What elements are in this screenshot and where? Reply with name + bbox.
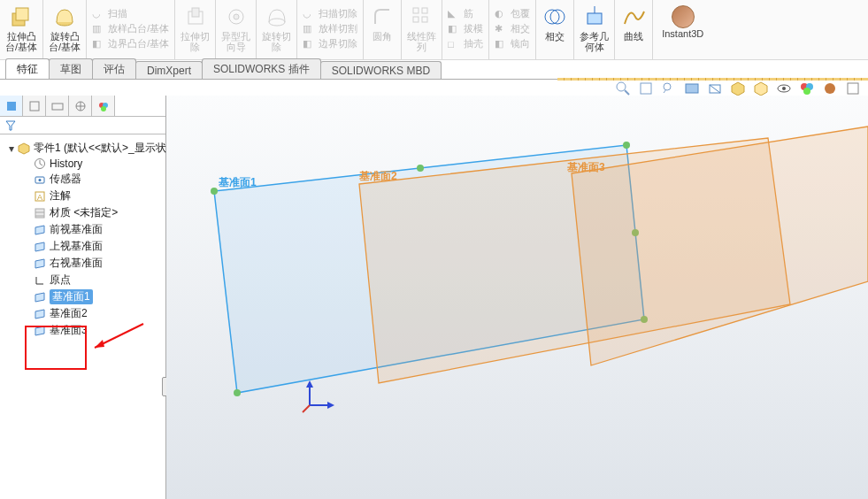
loft-icon: ▥ xyxy=(92,23,104,35)
hide-show-icon[interactable] xyxy=(775,80,792,96)
tree-item-5[interactable]: 上视基准面 xyxy=(4,238,162,255)
svg-line-22 xyxy=(710,85,720,93)
svg-marker-24 xyxy=(755,82,767,96)
svg-point-19 xyxy=(664,83,671,90)
tree-item-0[interactable]: History xyxy=(4,157,162,171)
side-tab-appearance[interactable] xyxy=(92,96,115,116)
tab-swmbd[interactable]: SOLIDWORKS MBD xyxy=(320,61,442,79)
color-icon[interactable] xyxy=(798,80,815,96)
mini-sweep[interactable]: ◡扫描 xyxy=(92,7,169,20)
tree-item-label: History xyxy=(50,157,82,170)
instant3d-icon xyxy=(672,5,695,28)
mini-rib-label: 筋 xyxy=(464,7,473,20)
tree-item-8[interactable]: 基准面1 xyxy=(4,288,162,305)
revcut-icon xyxy=(264,4,290,30)
rb-refgeom-intersect[interactable]: 相交 xyxy=(536,0,574,59)
mini-loft-label: 放样凸台/基体 xyxy=(108,22,169,35)
boundary-icon: ◧ xyxy=(92,38,104,50)
rb-fillet[interactable]: 圆角 xyxy=(364,0,402,59)
rb-mini-6: ◐包覆 ✱相交 ◧镜向 xyxy=(489,0,536,59)
tree-item-label: 上视基准面 xyxy=(50,239,103,254)
svg-rect-14 xyxy=(588,13,602,24)
rb-revcut[interactable]: 旋转切除 xyxy=(257,0,297,59)
part-icon xyxy=(18,142,30,155)
svg-point-65 xyxy=(234,389,241,396)
tree-item-10[interactable]: 基准面3 xyxy=(4,322,162,339)
tree-root[interactable]: ▾ 零件1 (默认<<默认>_显示状态 1>) xyxy=(4,140,162,157)
tab-dimxpert[interactable]: DimXpert xyxy=(135,61,203,79)
mini-wrap[interactable]: ◐包覆 xyxy=(495,7,530,20)
svg-rect-31 xyxy=(848,83,858,94)
svg-rect-9 xyxy=(422,8,427,13)
tree-item-2[interactable]: A注解 xyxy=(4,188,162,204)
tree-item-1[interactable]: 传感器 xyxy=(4,171,162,188)
mini-rib[interactable]: ◣筋 xyxy=(448,7,483,20)
mini-loft[interactable]: ▥放样凸台/基体 xyxy=(92,22,169,35)
draft-icon: ◧ xyxy=(448,23,460,35)
rb-curve[interactable]: 曲线 xyxy=(615,0,653,59)
mini-draft[interactable]: ◧拔模 xyxy=(448,22,483,35)
rb-refgeom[interactable]: 参考几何体 xyxy=(574,0,615,59)
display-style-icon[interactable] xyxy=(706,80,723,96)
rb-intersect-label: 相交 xyxy=(545,32,565,42)
sweepcut-icon: ◡ xyxy=(303,8,315,20)
mini-intersect[interactable]: ✱相交 xyxy=(495,22,530,35)
svg-point-63 xyxy=(623,142,630,149)
mini-boundary-label: 边界凸台/基体 xyxy=(108,37,169,50)
rb-extrude[interactable]: 拉伸凸台/基体 xyxy=(0,0,43,59)
rb-refgeom-label: 参考几何体 xyxy=(580,32,609,52)
plane-icon xyxy=(34,257,46,270)
svg-marker-23 xyxy=(732,82,744,96)
rb-revolve[interactable]: 旋转凸台/基体 xyxy=(43,0,87,59)
tab-swaddin[interactable]: SOLIDWORKS 插件 xyxy=(202,58,321,79)
rb-extrudecut[interactable]: 拉伸切除 xyxy=(175,0,216,59)
tree-item-4[interactable]: 前视基准面 xyxy=(4,221,162,238)
plane3-label[interactable]: 基准面3 xyxy=(567,160,605,175)
prev-view-icon[interactable] xyxy=(660,80,677,96)
rb-revcut-label: 旋转切除 xyxy=(262,32,291,52)
mini-boundcut[interactable]: ◧边界切除 xyxy=(303,37,357,50)
expand-icon[interactable]: ▾ xyxy=(9,142,14,155)
note-icon: A xyxy=(34,190,46,203)
rb-instant3d[interactable]: Instant3D xyxy=(653,0,712,59)
tree-item-9[interactable]: 基准面2 xyxy=(4,305,162,322)
side-tab-dim[interactable] xyxy=(69,96,92,116)
appearance-icon[interactable] xyxy=(821,80,838,96)
settings-icon[interactable] xyxy=(844,80,861,96)
mirror-icon: ◧ xyxy=(495,38,507,50)
tab-features[interactable]: 特征 xyxy=(5,58,50,79)
scene-icon[interactable] xyxy=(752,80,769,96)
rb-mini-1: ◡扫描 ▥放样凸台/基体 ◧边界凸台/基体 xyxy=(87,0,175,59)
zoom-icon[interactable] xyxy=(614,80,631,96)
mini-sweepcut[interactable]: ◡扫描切除 xyxy=(303,7,357,20)
side-tab-config[interactable] xyxy=(46,96,69,116)
mini-shell[interactable]: □抽壳 xyxy=(448,37,483,50)
mini-boundary[interactable]: ◧边界凸台/基体 xyxy=(92,37,169,50)
zoom-fit-icon[interactable] xyxy=(637,80,654,96)
tree-item-3[interactable]: 材质 <未指定> xyxy=(4,204,162,221)
tab-sketch[interactable]: 草图 xyxy=(49,58,93,79)
tree-item-label: 前视基准面 xyxy=(50,222,103,237)
sensor-icon xyxy=(34,173,46,186)
rb-mini-3: ◡扫描切除 ▥放样切割 ◧边界切除 xyxy=(297,0,364,59)
graphics-area[interactable]: 基准面1 基准面2 基准面3 xyxy=(166,96,868,499)
side-tab-tree[interactable] xyxy=(0,96,23,116)
view-orient-icon[interactable] xyxy=(729,80,746,96)
svg-marker-57 xyxy=(35,310,44,319)
mini-draft-label: 拔模 xyxy=(464,22,483,35)
tree-item-7[interactable]: 原点 xyxy=(4,272,162,288)
tab-evaluate[interactable]: 评估 xyxy=(92,58,136,79)
plane1-label[interactable]: 基准面1 xyxy=(219,175,257,190)
tree-item-6[interactable]: 右视基准面 xyxy=(4,255,162,272)
feature-tree-panel: ▾ 零件1 (默认<<默认>_显示状态 1>) History传感器A注解材质 … xyxy=(0,96,166,499)
svg-rect-34 xyxy=(52,104,63,110)
plane-geometry xyxy=(166,96,868,499)
funnel-icon[interactable] xyxy=(5,120,16,131)
rb-pattern[interactable]: 线性阵列 xyxy=(402,0,442,59)
section-icon[interactable] xyxy=(683,80,700,96)
mini-mirror[interactable]: ◧镜向 xyxy=(495,37,530,50)
side-tab-props[interactable] xyxy=(23,96,46,116)
rb-hole[interactable]: 异型孔向导 xyxy=(216,0,257,59)
mini-loftcut[interactable]: ▥放样切割 xyxy=(303,22,357,35)
plane2-label[interactable]: 基准面2 xyxy=(359,169,397,184)
